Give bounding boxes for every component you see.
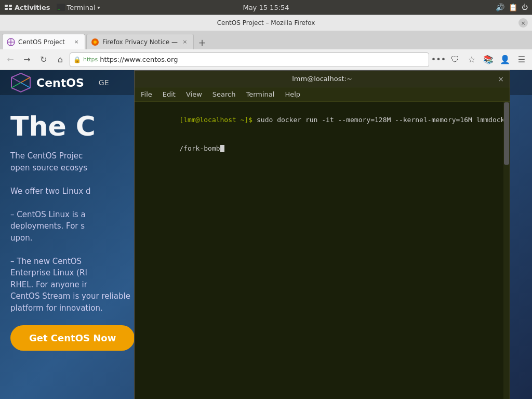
centos-logo: CentOS [10,72,84,93]
svg-text:_: _ [58,5,60,10]
terminal-close-icon: × [498,75,504,83]
home-icon: ⌂ [58,55,63,64]
tab-bar: CentOS Project × Firefox Privacy Notice … [0,31,532,49]
firefox-titlebar-close[interactable]: × [518,18,528,28]
terminal-body[interactable]: [lmm@localhost ~]$ sudo docker run -it -… [135,102,510,399]
svg-rect-2 [5,8,8,10]
system-bar-right: 🔊 📋 ⏻ [496,3,528,11]
home-button[interactable]: ⌂ [53,52,68,67]
terminal-title: lmm@localhost:~ [292,75,352,83]
centos-logo-icon [10,72,31,93]
refresh-icon: ↻ [40,55,47,64]
centos-logo-text: CentOS [36,76,84,89]
terminal-menu-search[interactable]: Search [208,89,240,99]
secure-icon: 🔒 [73,56,81,63]
svg-line-15 [21,83,30,88]
activities-icon [4,3,12,11]
terminal-menu-terminal[interactable]: Terminal [242,89,278,99]
activities-button[interactable]: Activities [4,3,50,11]
back-icon: ← [7,55,14,64]
tab-centos-close[interactable]: × [72,38,81,46]
terminal-scrollbar-thumb [504,102,509,165]
svg-line-13 [21,77,30,83]
terminal-cursor [220,145,224,152]
terminal-menubar: File Edit View Search Terminal Help [135,87,510,102]
url-https-icon: https [83,56,98,63]
svg-rect-0 [5,5,8,7]
terminal-menu-edit[interactable]: Edit [158,89,180,99]
forward-button[interactable]: → [20,52,34,67]
terminal-command: sudo docker run -it --memory=128M --kern… [257,116,504,124]
nav-actions: ••• 🛡 ☆ 📚 👤 ☰ [431,52,529,67]
browser-content: CentOS GE The C The CentOS Projec open s… [0,70,532,399]
volume-icon[interactable]: 🔊 [496,3,504,11]
svg-rect-1 [9,5,12,7]
forward-icon: → [23,55,30,64]
terminal-command-line2: /fork-bomb [139,135,506,163]
terminal-app-button[interactable]: _ Terminal ▾ [57,4,100,11]
shield-button[interactable]: 🛡 [448,52,462,67]
svg-rect-3 [9,8,12,10]
url-text: https://www.centos.org [100,56,425,63]
svg-point-10 [94,41,97,44]
star-icon: ☆ [468,55,475,64]
firefox-account-button[interactable]: 👤 [498,52,512,67]
account-icon: 👤 [500,55,510,64]
firefox-titlebar: CentOS Project – Mozilla Firefox × [0,15,532,31]
terminal-menu-file[interactable]: File [137,89,156,99]
tab-privacy-label: Firefox Privacy Notice — [102,38,178,46]
firefox-window: CentOS Project – Mozilla Firefox × CentO… [0,15,532,399]
reading-list-button[interactable]: 📚 [481,52,496,67]
terminal-command-cont: /fork-bomb [179,144,220,152]
terminal-close-button[interactable]: × [496,74,506,84]
terminal-prompt: [lmm@localhost ~]$ [179,116,257,124]
tab-centos[interactable]: CentOS Project × [2,34,85,49]
back-button[interactable]: ← [3,52,18,67]
system-bar-left: Activities _ Terminal ▾ [4,3,100,11]
terminal-titlebar: lmm@localhost:~ × [135,71,510,87]
reading-icon: 📚 [483,55,494,64]
firefox-title: CentOS Project – Mozilla Firefox [217,19,315,26]
centos-cta-button[interactable]: Get CentOS Now [10,325,135,351]
centos-tab-icon [7,38,15,46]
network-icon[interactable]: 📋 [509,3,517,11]
terminal-window: lmm@localhost:~ × File Edit View Search … [134,70,510,399]
firefox-tab-icon [91,38,99,46]
svg-line-14 [11,83,21,88]
tab-privacy-close[interactable]: × [181,38,189,46]
refresh-button[interactable]: ↻ [36,52,51,67]
url-bar[interactable]: 🔒 https https://www.centos.org [70,52,429,67]
terminal-scrollbar[interactable] [503,102,510,399]
terminal-command-line: [lmm@localhost ~]$ sudo docker run -it -… [139,106,506,135]
bookmark-button[interactable]: ☆ [464,52,479,67]
more-options-button[interactable]: ••• [431,52,446,67]
terminal-app-icon: _ [57,4,65,11]
terminal-menu-view[interactable]: View [182,89,206,99]
new-tab-button[interactable]: + [195,35,209,49]
nav-bar: ← → ↻ ⌂ 🔒 https https://www.centos.org •… [0,49,532,70]
centos-hero-desc: The CentOS Projec open source ecosys We … [10,150,145,314]
svg-line-12 [11,77,21,83]
tab-privacy[interactable]: Firefox Privacy Notice — × [86,34,194,49]
tab-centos-label: CentOS Project [18,38,69,46]
hamburger-menu-button[interactable]: ☰ [514,52,529,67]
system-bar: Activities _ Terminal ▾ May 15 15:54 🔊 📋… [0,0,532,15]
terminal-app-arrow: ▾ [98,5,100,10]
hamburger-icon: ☰ [518,55,525,64]
shield-icon: 🛡 [451,55,459,64]
more-dots-icon: ••• [431,55,446,64]
power-icon[interactable]: ⏻ [522,4,528,11]
terminal-menu-help[interactable]: Help [281,89,304,99]
centos-nav-ge[interactable]: GE [95,76,113,89]
system-datetime: May 15 15:54 [243,4,289,11]
